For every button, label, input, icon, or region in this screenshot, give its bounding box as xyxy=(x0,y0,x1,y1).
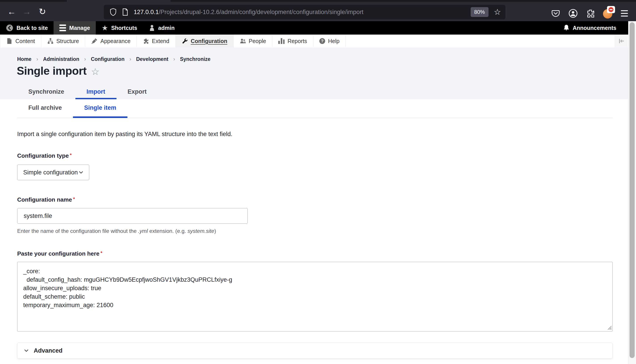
reload-button[interactable]: ↻ xyxy=(36,5,49,18)
tab-import[interactable]: Import xyxy=(76,86,117,99)
announcements-button[interactable]: Announcements xyxy=(557,21,636,34)
bell-icon xyxy=(563,24,569,31)
shield-icon[interactable] xyxy=(108,7,118,17)
configuration-type-value: Simple configuration xyxy=(23,169,78,176)
yaml-textarea[interactable]: _core: default_config_hash: mguGHCYb9Dw5… xyxy=(17,262,612,332)
required-mark: * xyxy=(101,250,102,256)
browser-toolbar: ← → ↻ 127.0.0.1/Projects/drupal-10.2.6/a… xyxy=(0,2,636,21)
menu-item-extend[interactable]: Extend xyxy=(137,34,176,48)
subtab-full-archive[interactable]: Full archive xyxy=(17,99,73,118)
configuration-name-label: Configuration name* xyxy=(17,196,612,203)
forward-button[interactable]: → xyxy=(20,5,34,18)
primary-tabs: Synchronize Import Export xyxy=(17,86,158,99)
chevron-down-icon xyxy=(23,348,30,354)
structure-sitemap-icon xyxy=(47,38,54,44)
people-icon xyxy=(240,38,246,44)
tab-export[interactable]: Export xyxy=(117,86,158,99)
extension-blocker-icon[interactable] xyxy=(603,8,613,18)
admin-user-label: admin xyxy=(158,25,175,31)
url-host: 127.0.0.1 xyxy=(134,9,159,16)
pocket-icon[interactable] xyxy=(551,8,560,18)
menu-item-structure[interactable]: Structure xyxy=(41,34,85,48)
toolbar-spacer xyxy=(180,21,557,34)
menu-label-configuration: Configuration xyxy=(191,38,227,44)
shortcuts-star-icon: ★ xyxy=(102,24,108,32)
breadcrumb-separator: › xyxy=(36,56,38,62)
breadcrumb-synchronize[interactable]: Synchronize xyxy=(180,56,210,62)
menu-item-reports[interactable]: Reports xyxy=(272,34,313,48)
advanced-label: Advanced xyxy=(34,347,63,354)
announcements-label: Announcements xyxy=(573,25,616,31)
breadcrumb-separator: › xyxy=(130,56,131,62)
browser-action-icons xyxy=(551,4,636,23)
advanced-section-toggle[interactable]: Advanced xyxy=(17,342,612,359)
manage-tab[interactable]: Manage xyxy=(54,21,96,34)
subtab-single-item[interactable]: Single item xyxy=(73,99,127,118)
breadcrumb-administration[interactable]: Administration xyxy=(43,56,79,62)
page-scrollbar[interactable] xyxy=(628,21,636,364)
content-file-icon xyxy=(6,38,13,44)
configuration-name-help: Enter the name of the configuration file… xyxy=(17,228,612,234)
paste-configuration-label: Paste your configuration here* xyxy=(17,250,612,257)
menu-item-configuration[interactable]: Configuration xyxy=(176,34,234,48)
manage-label: Manage xyxy=(69,25,90,31)
bookmark-star-icon[interactable]: ☆ xyxy=(494,7,501,17)
appearance-brush-icon xyxy=(91,38,98,44)
page-title: Single import xyxy=(17,64,87,78)
menu-hamburger-icon[interactable] xyxy=(621,10,628,16)
manage-icon xyxy=(59,24,66,31)
required-mark: * xyxy=(70,152,72,158)
drupal-menu-bar: Content Structure Appearance Extend Conf… xyxy=(0,34,636,48)
back-button[interactable]: ← xyxy=(5,5,18,18)
toolbar-orientation-toggle[interactable] xyxy=(615,34,627,48)
menu-item-content[interactable]: Content xyxy=(0,34,41,48)
page-info-icon[interactable] xyxy=(120,7,130,17)
extensions-puzzle-icon[interactable] xyxy=(585,8,595,18)
zoom-level-badge[interactable]: 80% xyxy=(471,7,488,17)
shortcuts-tab[interactable]: ★ Shortcuts xyxy=(96,21,143,34)
menu-label-content: Content xyxy=(16,38,35,44)
admin-user-tab[interactable]: admin xyxy=(143,21,181,34)
menu-label-appearance: Appearance xyxy=(101,38,131,44)
menu-label-people: People xyxy=(249,38,266,44)
user-icon xyxy=(149,24,155,31)
menu-label-reports: Reports xyxy=(287,38,307,44)
chevron-down-icon xyxy=(78,169,84,176)
url-bar[interactable]: 127.0.0.1/Projects/drupal-10.2.6/admin/c… xyxy=(104,5,505,20)
page-header: Home › Administration › Configuration › … xyxy=(0,48,636,99)
breadcrumb: Home › Administration › Configuration › … xyxy=(17,56,210,62)
help-icon: ? xyxy=(319,38,325,44)
main-content: Full archive Single item Import a single… xyxy=(0,99,636,364)
browser-active-tab[interactable] xyxy=(67,0,171,2)
breadcrumb-separator: › xyxy=(84,56,86,62)
intro-text: Import a single configuration item by pa… xyxy=(17,131,612,138)
resize-handle-icon[interactable] xyxy=(606,324,612,330)
secondary-tabs: Full archive Single item xyxy=(17,99,612,118)
menu-item-people[interactable]: People xyxy=(234,34,272,48)
configuration-type-select[interactable]: Simple configuration xyxy=(17,164,89,180)
url-path: /Projects/drupal-10.2.6/admin/config/dev… xyxy=(159,9,364,16)
tab-synchronize[interactable]: Synchronize xyxy=(17,86,76,99)
menu-label-structure: Structure xyxy=(57,38,79,44)
shortcuts-label: Shortcuts xyxy=(111,25,137,31)
back-to-site-label: Back to site xyxy=(17,25,48,31)
reports-chart-icon xyxy=(278,38,285,44)
required-mark: * xyxy=(73,196,75,202)
configuration-type-label: Configuration type* xyxy=(17,152,612,159)
menu-item-help[interactable]: ? Help xyxy=(313,34,346,48)
configuration-name-input[interactable] xyxy=(17,208,248,224)
back-to-site-button[interactable]: Back to site xyxy=(0,21,54,34)
browser-tabstrip xyxy=(0,0,636,2)
scrollbar-thumb[interactable] xyxy=(629,22,635,358)
account-icon[interactable] xyxy=(568,8,578,18)
favorite-star-icon[interactable]: ☆ xyxy=(91,66,100,77)
drupal-admin-toolbar: Back to site Manage ★ Shortcuts admin An… xyxy=(0,21,636,34)
breadcrumb-separator: › xyxy=(173,56,175,62)
breadcrumb-home[interactable]: Home xyxy=(17,56,32,62)
breadcrumb-configuration[interactable]: Configuration xyxy=(91,56,125,62)
url-text: 127.0.0.1/Projects/drupal-10.2.6/admin/c… xyxy=(134,9,364,16)
collapse-left-icon xyxy=(618,38,624,44)
breadcrumb-development[interactable]: Development xyxy=(136,56,168,62)
menu-item-appearance[interactable]: Appearance xyxy=(85,34,137,48)
configuration-wrench-icon xyxy=(182,38,188,44)
